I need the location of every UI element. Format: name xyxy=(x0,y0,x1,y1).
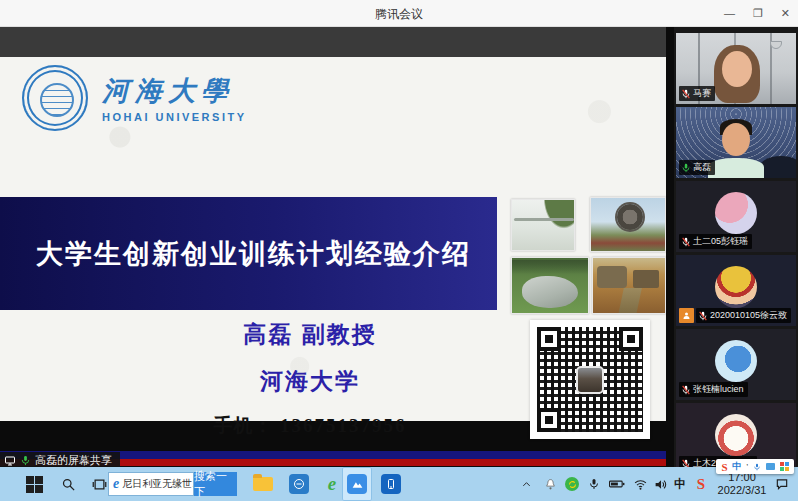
participant-tile-active-speaker[interactable]: 高磊 xyxy=(676,107,796,178)
photo-campus-bridge xyxy=(511,199,575,251)
minimize-button[interactable]: — xyxy=(724,0,735,27)
qr-center-avatar xyxy=(576,366,604,394)
close-button[interactable]: ✕ xyxy=(781,0,790,27)
participants-sidebar: 马赛 高磊 土二05彭钰瑶 xyxy=(674,27,798,501)
participant-avatar xyxy=(715,192,757,234)
mic-muted-icon xyxy=(698,311,708,321)
photo-campus-sculpture xyxy=(590,197,666,252)
sogou-icon: S xyxy=(697,476,705,493)
mic-muted-icon xyxy=(681,237,691,247)
tray-network-button[interactable] xyxy=(630,467,650,501)
windows-logo-icon xyxy=(26,476,43,493)
tray-360-button[interactable] xyxy=(562,467,582,501)
search-query-text: 尼日利亚无缘世... xyxy=(122,477,194,491)
screen-share-icon xyxy=(4,455,16,467)
sogou-logo-icon[interactable]: S xyxy=(721,461,727,473)
participant-name: 张钰楠lucien xyxy=(693,383,744,396)
360-safe-icon xyxy=(565,477,579,491)
chinese-input-icon: 中 xyxy=(674,476,686,493)
wechat-qr-code xyxy=(530,320,650,439)
participant-avatar xyxy=(715,266,757,308)
window-title: 腾讯会议 xyxy=(0,6,798,23)
photo-campus-autumn-path xyxy=(592,257,666,314)
university-name-en: HOHAI UNIVERSITY xyxy=(102,111,247,123)
mic-on-icon xyxy=(20,455,31,466)
windows-taskbar: e 尼日利亚无缘世... 搜索一下 e xyxy=(0,467,798,501)
toolbox-icon[interactable] xyxy=(780,462,789,471)
hohai-seal-icon xyxy=(22,65,88,131)
taskbar-web-search-input[interactable]: e 尼日利亚无缘世... xyxy=(108,472,194,496)
slide-title-banner: 大学生创新创业训练计划经验介绍 xyxy=(0,197,497,310)
wifi-icon xyxy=(634,478,647,491)
punctuation-toggle[interactable]: ’ xyxy=(746,462,748,472)
presenter-block: 高磊 副教授 河海大学 手机： 13675137956 xyxy=(120,319,500,439)
presenter-name: 高磊 副教授 xyxy=(120,319,500,350)
participant-tile[interactable]: 马赛 xyxy=(676,33,796,104)
participant-name: 2020010105徐云致 xyxy=(710,309,787,322)
phone-label: 手机： xyxy=(214,415,274,436)
keyboard-icon[interactable] xyxy=(766,463,775,470)
blue-app-icon xyxy=(289,474,309,494)
university-logo: 河海大學 HOHAI UNIVERSITY xyxy=(22,65,247,131)
shared-screen-area: 河海大學 HOHAI UNIVERSITY 大学生创新创业训练计划经验介绍 高磊… xyxy=(0,27,672,467)
taskbar-clock[interactable]: 17:00 2022/3/31 xyxy=(714,471,770,497)
participant-tile[interactable]: 土二05彭钰瑶 xyxy=(676,181,796,252)
presenter-affiliation: 河海大学 xyxy=(120,366,500,397)
slide-title: 大学生创新创业训练计划经验介绍 xyxy=(0,236,471,272)
tray-mic-button[interactable] xyxy=(584,467,604,501)
chevron-up-icon xyxy=(521,479,532,490)
mic-on-icon xyxy=(681,163,691,173)
tencent-meeting-window: 腾讯会议 — ❐ ✕ 河海大學 HOHAI UNIVERSITY 大学生创新创业… xyxy=(0,0,798,501)
action-center-icon xyxy=(775,477,789,491)
folder-icon xyxy=(253,477,273,491)
mic-muted-icon xyxy=(681,385,691,395)
tray-battery-button[interactable] xyxy=(606,467,628,501)
qr-eye-icon xyxy=(537,327,561,351)
qr-eye-icon xyxy=(537,408,561,432)
photo-campus-stone xyxy=(511,257,589,314)
hand-raised-badge-icon xyxy=(679,308,694,323)
task-view-icon xyxy=(92,477,107,492)
phone-app-button[interactable] xyxy=(376,467,406,501)
mic-muted-icon xyxy=(681,89,691,99)
presenter-phone: 手机： 13675137956 xyxy=(120,413,500,439)
input-mode-toggle[interactable]: 中 xyxy=(732,460,741,473)
participant-name: 高磊 xyxy=(693,161,711,174)
bell-icon xyxy=(544,478,557,491)
start-button[interactable] xyxy=(20,467,48,501)
file-explorer-button[interactable] xyxy=(248,467,278,501)
participant-tile[interactable]: 张钰楠lucien xyxy=(676,329,796,400)
participant-tile[interactable]: 2020010105徐云致 xyxy=(676,255,796,326)
sogou-input-toolbar[interactable]: S 中 ’ xyxy=(716,459,794,474)
ie-icon: e xyxy=(113,476,119,492)
input-method-indicator[interactable]: 中 xyxy=(670,467,690,501)
taskbar-search-button[interactable] xyxy=(54,467,82,501)
voice-input-icon[interactable] xyxy=(753,463,761,471)
university-name-cn: 河海大學 xyxy=(102,73,247,109)
qr-eye-icon xyxy=(619,327,643,351)
tray-notification-button[interactable] xyxy=(540,467,560,501)
screen-share-label: 高磊的屏幕共享 xyxy=(35,453,112,468)
app-blue-button[interactable] xyxy=(284,467,314,501)
phone-icon xyxy=(381,474,401,494)
tencent-meeting-taskbar-button[interactable] xyxy=(342,467,372,501)
participant-name: 土二05彭钰瑶 xyxy=(693,235,748,248)
participant-avatar xyxy=(715,414,757,456)
phone-number: 13675137956 xyxy=(280,415,407,436)
participant-avatar xyxy=(715,340,757,382)
web-search-button[interactable]: 搜索一下 xyxy=(194,472,237,496)
presentation-slide: 河海大學 HOHAI UNIVERSITY 大学生创新创业训练计划经验介绍 高磊… xyxy=(0,57,666,421)
speaker-icon xyxy=(654,478,667,491)
maximize-button[interactable]: ❐ xyxy=(753,0,763,27)
tray-volume-button[interactable] xyxy=(650,467,670,501)
microphone-icon xyxy=(588,478,600,490)
participant-name: 马赛 xyxy=(693,87,711,100)
clock-date: 2022/3/31 xyxy=(714,484,770,497)
tray-expand-button[interactable] xyxy=(516,467,536,501)
meeting-app-icon xyxy=(347,474,367,494)
sogou-tray-button[interactable]: S xyxy=(690,467,712,501)
window-titlebar: 腾讯会议 — ❐ ✕ xyxy=(0,0,798,27)
presentation-toolbar-strip xyxy=(0,27,666,57)
browser-e-icon: e xyxy=(328,473,336,495)
search-icon xyxy=(61,477,76,492)
